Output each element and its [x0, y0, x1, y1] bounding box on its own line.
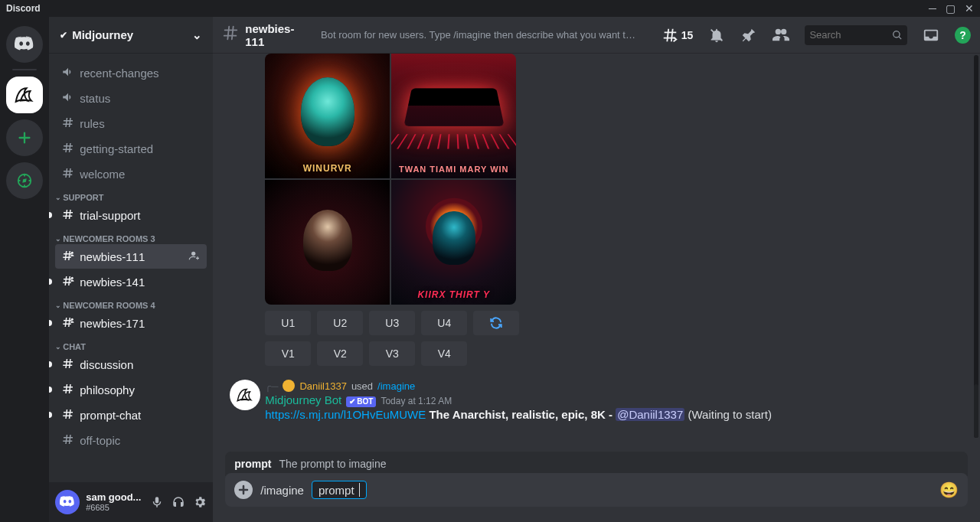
message-link[interactable]: https://s.mj.run/l1OHvEuMUWE: [265, 408, 426, 421]
user-panel: sam good... #6685: [49, 482, 213, 522]
user-tag: #6685: [86, 503, 144, 512]
channel-recent-changes[interactable]: recent-changes: [55, 60, 207, 85]
channel-label: newbies-171: [80, 317, 145, 330]
hash-icon: [222, 24, 239, 46]
hash-icon: [61, 141, 75, 157]
app-title: Discord: [6, 3, 41, 14]
image-tile-4: KIIRX THIRT Y: [391, 180, 516, 305]
image-tile-1: WINURVR: [265, 54, 390, 178]
slash-command: /imagine: [260, 484, 304, 497]
window-close[interactable]: ✕: [965, 2, 974, 15]
avatar[interactable]: [55, 490, 80, 514]
search-box[interactable]: [805, 25, 907, 45]
message-composer[interactable]: /imagine prompt 😄: [225, 473, 968, 507]
hash-icon: [61, 407, 75, 423]
u1-button[interactable]: U1: [265, 311, 311, 335]
author-name[interactable]: Midjourney Bot: [265, 393, 341, 406]
server-header[interactable]: ✔Midjourney ⌄: [49, 17, 213, 54]
channel-newbies-171[interactable]: newbies-171: [55, 311, 207, 335]
headphones-icon[interactable]: [172, 495, 185, 509]
reply-command: /imagine: [377, 380, 415, 392]
channel-label: off-topic: [80, 434, 120, 447]
channel-discussion[interactable]: discussion: [55, 352, 207, 377]
category-header[interactable]: ⌄ SUPPORT: [49, 187, 213, 202]
channel-label: prompt-chat: [80, 409, 141, 422]
reroll-button[interactable]: [473, 311, 519, 335]
channel-topic[interactable]: Bot room for new users. Type /imagine th…: [321, 29, 640, 41]
channel-newbies-141[interactable]: newbies-141: [55, 269, 207, 294]
u4-button[interactable]: U4: [421, 311, 467, 335]
svg-point-4: [71, 276, 74, 279]
create-invite-icon[interactable]: [188, 250, 201, 264]
bot-badge: ✔ BOT: [346, 396, 376, 407]
reply-context[interactable]: ╭─ Daniil1337 used /imagine: [265, 380, 968, 392]
param-chip[interactable]: prompt: [312, 481, 367, 499]
channel-getting-started[interactable]: getting-started: [55, 136, 207, 161]
mic-icon[interactable]: [150, 495, 164, 509]
svg-point-3: [191, 251, 195, 255]
server-midjourney[interactable]: [6, 77, 43, 113]
image-tile-3: [265, 180, 390, 305]
verified-icon: ✔: [60, 30, 67, 41]
add-server-button[interactable]: [6, 119, 43, 156]
message-content: https://s.mj.run/l1OHvEuMUWE The Anarchi…: [265, 407, 968, 422]
hint-key: prompt: [234, 458, 271, 470]
channel-off-topic[interactable]: off-topic: [55, 428, 207, 452]
channel-label: getting-started: [80, 142, 153, 155]
window-minimize[interactable]: ─: [929, 2, 936, 15]
u2-button[interactable]: U2: [317, 311, 363, 335]
threads-button[interactable]: 15: [662, 27, 694, 44]
inbox-button[interactable]: [923, 27, 939, 44]
channel-philosophy[interactable]: philosophy: [55, 377, 207, 402]
chat-scroll[interactable]: WINURVR TWAN TIAMI MARY WIN KIIRX THIRT …: [213, 54, 980, 452]
scrollbar[interactable]: [974, 55, 978, 438]
hint-desc: The prompt to imagine: [279, 458, 386, 470]
help-button[interactable]: ?: [955, 27, 971, 44]
channel-prompt-chat[interactable]: prompt-chat: [55, 403, 207, 427]
members-button[interactable]: [773, 27, 789, 44]
category-header[interactable]: ⌄ NEWCOMER ROOMS 3: [49, 228, 213, 243]
settings-icon[interactable]: [193, 495, 207, 509]
message-timestamp: Today at 1:12 AM: [381, 396, 452, 406]
category-header[interactable]: ⌄ CHAT: [49, 336, 213, 351]
chevron-down-icon: ⌄: [192, 28, 202, 42]
mention[interactable]: @Daniil1337: [616, 408, 684, 421]
attach-button[interactable]: [234, 481, 253, 499]
channel-newbies-111[interactable]: newbies-111: [55, 244, 207, 269]
generated-image-grid[interactable]: WINURVR TWAN TIAMI MARY WIN KIIRX THIRT …: [265, 54, 516, 305]
v1-button[interactable]: V1: [265, 341, 311, 366]
speaker-icon: [61, 65, 75, 81]
u3-button[interactable]: U3: [369, 311, 415, 335]
category-header[interactable]: ⌄ NEWCOMER ROOMS 4: [49, 295, 213, 310]
hash-icon: [61, 116, 75, 132]
v3-button[interactable]: V3: [369, 341, 415, 366]
channel-label: discussion: [80, 358, 133, 371]
channel-rules[interactable]: rules: [55, 111, 207, 135]
channel-label: welcome: [80, 168, 125, 181]
notifications-button[interactable]: [708, 27, 725, 44]
emoji-picker-button[interactable]: 😄: [939, 481, 959, 499]
scrollbar-thumb[interactable]: [974, 384, 978, 438]
hash-icon: [61, 382, 75, 398]
channel-welcome[interactable]: welcome: [55, 161, 207, 186]
window-maximize[interactable]: ▢: [946, 2, 956, 15]
hash-icon: [61, 166, 75, 182]
composer-input[interactable]: [374, 473, 932, 507]
speaker-icon: [61, 90, 75, 106]
hash-icon: [61, 207, 75, 223]
bot-avatar[interactable]: [230, 380, 260, 410]
channel-status[interactable]: status: [55, 86, 207, 110]
v4-button[interactable]: V4: [421, 341, 467, 366]
hash-people-icon: [61, 249, 75, 265]
reply-avatar: [283, 380, 295, 392]
search-input[interactable]: [809, 29, 892, 41]
pinned-button[interactable]: [740, 27, 757, 44]
channel-label: rules: [80, 117, 105, 130]
hash-icon: [61, 432, 75, 449]
channel-trial-support[interactable]: trial-support: [55, 203, 207, 227]
channel-name: newbies-111: [245, 22, 310, 48]
channel-label: newbies-141: [80, 276, 145, 289]
v2-button[interactable]: V2: [317, 341, 363, 366]
explore-button[interactable]: [6, 162, 43, 199]
home-button[interactable]: [6, 26, 43, 63]
